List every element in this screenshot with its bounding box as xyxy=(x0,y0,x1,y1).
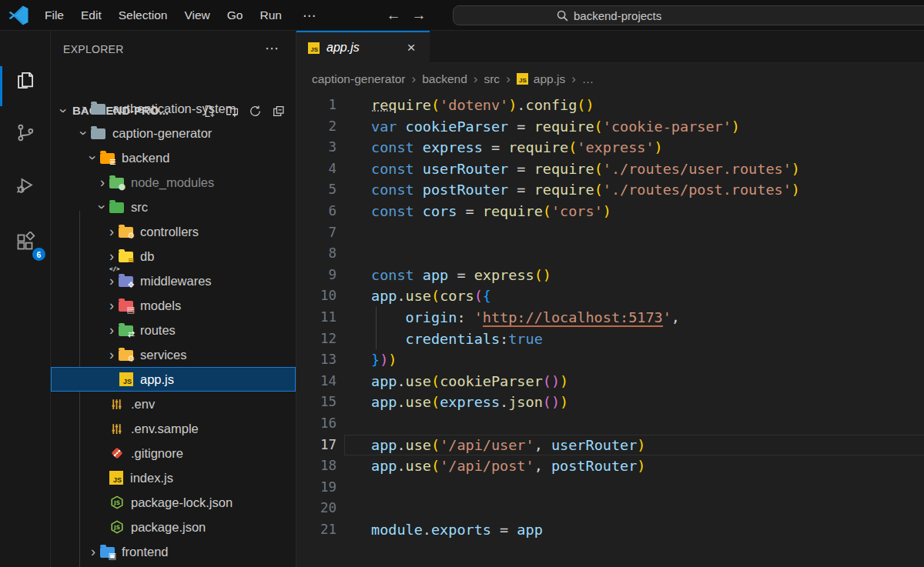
tree-item-label: caption-generator xyxy=(112,126,212,141)
line-number: 17 xyxy=(296,435,336,456)
menu-file[interactable]: File xyxy=(36,0,72,31)
tree-item-node-modules[interactable]: ● node_modules xyxy=(51,170,296,195)
code-line[interactable]: 3const express = require('express') xyxy=(296,137,924,158)
tree-item-label: models xyxy=(140,299,181,313)
code-line[interactable]: 7 xyxy=(296,222,924,244)
code-token: use xyxy=(406,373,431,389)
menu-edit[interactable]: Edit xyxy=(72,0,110,31)
code-token: module xyxy=(371,522,423,538)
code-line[interactable]: 1require('dotenv').config() xyxy=(296,95,924,116)
code-line[interactable]: 2var cookieParser = require('cookie-pars… xyxy=(296,116,924,138)
code-line[interactable]: 12 credentials:true xyxy=(296,329,924,350)
file-tree: authentication-system caption-generator … xyxy=(51,96,296,564)
menu-selection[interactable]: Selection xyxy=(110,0,176,31)
search-input[interactable] xyxy=(574,6,805,25)
code-token: = xyxy=(457,203,482,219)
tab-bar: app.js xyxy=(296,31,924,63)
code-line[interactable]: 17app.use('/api/user', userRouter) xyxy=(296,435,924,456)
code-token: app xyxy=(371,288,397,304)
tree-item-db[interactable]: ≡ db xyxy=(51,244,296,268)
code-line[interactable]: 16 xyxy=(296,413,924,435)
code-line[interactable]: 4const userRouter = require('./routes/us… xyxy=(296,158,924,180)
code-line[interactable]: 8 xyxy=(296,243,924,265)
tree-item-env-sample[interactable]: .env.sample xyxy=(51,416,296,441)
breadcrumb-item[interactable]: src xyxy=(484,72,500,86)
tree-item-caption-generator[interactable]: caption-generator xyxy=(51,121,296,145)
command-center-search[interactable] xyxy=(453,5,924,25)
breadcrumb-separator xyxy=(506,72,511,87)
code-line[interactable]: 11 origin: 'http://localhost:5173', xyxy=(296,307,924,329)
navigate-forward-icon[interactable]: → xyxy=(408,0,430,31)
code-token: ( xyxy=(474,288,483,304)
tree-item-models[interactable]: ▤ models xyxy=(51,293,296,318)
code-text: const app = express() xyxy=(371,265,551,286)
menu-view[interactable]: View xyxy=(176,0,218,31)
tree-item-backend[interactable]: ≣ backend xyxy=(51,145,296,170)
code-line[interactable]: 15app.use(express.json()) xyxy=(296,392,924,413)
code-token: ( xyxy=(543,203,551,219)
tree-item-services[interactable]: ⚙ services xyxy=(51,342,296,367)
breadcrumb-item[interactable]: backend xyxy=(422,72,467,86)
folder-backend-icon: ≣ xyxy=(100,153,115,164)
tree-item-middlewares[interactable]: ❖ middlewares xyxy=(51,268,296,293)
menu-overflow-icon[interactable]: ⋯ xyxy=(295,8,323,24)
code-line[interactable]: 18app.use('/api/post', postRouter) xyxy=(296,455,924,477)
code-line[interactable]: 13})) xyxy=(296,349,924,371)
explorer-icon[interactable] xyxy=(0,56,50,104)
breadcrumb-item-file[interactable]: app.js xyxy=(534,72,565,86)
explorer-more-actions-icon[interactable]: ⋯ xyxy=(265,40,279,57)
code-token: () xyxy=(577,97,594,113)
line-number: 4 xyxy=(296,158,336,180)
tree-item-routes[interactable]: ⇄ routes xyxy=(51,318,296,342)
extensions-badge: 6 xyxy=(32,248,45,261)
tree-item-app-js[interactable]: app.js xyxy=(51,367,296,392)
vscode-logo-icon[interactable] xyxy=(8,5,28,25)
extensions-icon[interactable]: 6 xyxy=(0,218,50,265)
code-token xyxy=(414,267,423,283)
tree-item-package-json[interactable]: JS package.json xyxy=(51,515,296,539)
tree-item-frontend[interactable]: ▣ frontend xyxy=(51,539,296,564)
close-icon[interactable] xyxy=(402,38,420,57)
code-line[interactable]: 19 xyxy=(296,477,924,499)
tree-item-index-js[interactable]: index.js xyxy=(51,465,296,490)
code-token: origin xyxy=(406,309,457,325)
code-token: { xyxy=(483,288,491,304)
code-line[interactable]: 5const postRouter = require('./routes/po… xyxy=(296,179,924,201)
chevron-right-icon xyxy=(105,225,119,238)
tree-item-authentication-system[interactable]: authentication-system xyxy=(51,96,296,121)
folder-icon xyxy=(91,104,105,115)
javascript-file-icon xyxy=(517,73,528,85)
code-token: userRouter xyxy=(423,161,508,177)
tree-item-gitignore[interactable]: .gitignore xyxy=(51,441,296,465)
code-line[interactable]: 20 xyxy=(296,498,924,519)
code-line[interactable]: 6const cors = require('cors') xyxy=(296,201,924,222)
run-and-debug-icon[interactable] xyxy=(0,162,50,209)
navigate-back-icon[interactable]: ← xyxy=(383,0,404,31)
menu-go[interactable]: Go xyxy=(219,0,252,31)
code-token: require xyxy=(371,97,431,113)
code-token: ( xyxy=(594,161,603,177)
code-lines[interactable]: 1require('dotenv').config()2var cookiePa… xyxy=(296,95,924,540)
code-line[interactable]: 10app.use(cors({ xyxy=(296,285,924,307)
code-token: () xyxy=(534,267,551,283)
code-token: json xyxy=(508,394,543,410)
code-line[interactable]: 21module.exports = app xyxy=(296,519,924,541)
tree-item-label: frontend xyxy=(122,545,169,559)
code-line[interactable]: 9const app = express() xyxy=(296,265,924,286)
menu-run[interactable]: Run xyxy=(251,0,290,31)
breadcrumb-item[interactable]: caption-generator xyxy=(312,72,406,86)
tree-item-src[interactable]: </> src xyxy=(51,195,296,219)
code-text: app.use(cookieParser()) xyxy=(371,371,568,392)
chevron-right-icon xyxy=(105,299,119,312)
code-token: app xyxy=(371,373,397,389)
breadcrumb-item-more[interactable]: … xyxy=(582,72,594,86)
tree-item-env[interactable]: .env xyxy=(51,392,296,416)
tree-item-controllers[interactable]: ⚙ controllers xyxy=(51,219,296,244)
tree-item-package-lock-json[interactable]: JS package-lock.json xyxy=(51,490,296,515)
source-control-icon[interactable] xyxy=(0,108,50,156)
tab-app-js[interactable]: app.js xyxy=(296,31,430,63)
line-number: 5 xyxy=(296,179,336,201)
code-line[interactable]: 14app.use(cookieParser()) xyxy=(296,371,924,392)
tree-item-label: app.js xyxy=(140,372,174,387)
code-token: , xyxy=(671,309,680,325)
